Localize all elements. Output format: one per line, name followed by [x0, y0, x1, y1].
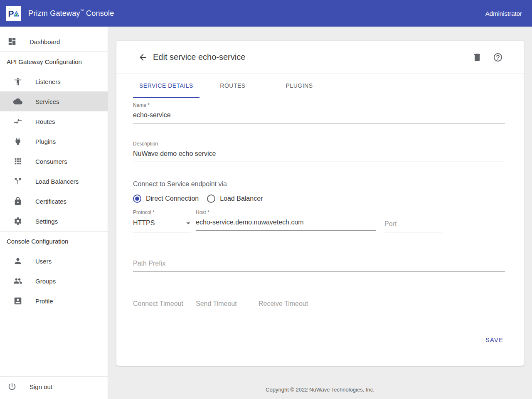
sidebar-item-label: Groups	[35, 278, 56, 285]
protocol-value: HTTPS	[133, 219, 155, 227]
app-root: P Prizm Gateway™ Console Administrator D…	[0, 0, 532, 399]
person-icon	[13, 256, 23, 266]
tab-plugins[interactable]: PLUGINS	[266, 74, 332, 98]
app-title: Prizm Gateway™ Console	[28, 9, 114, 18]
radio-load-balancer[interactable]: Load Balancer	[207, 195, 263, 203]
logo-triangle-icon	[14, 11, 19, 17]
plug-icon	[13, 136, 23, 146]
sidebar-item-label: Users	[35, 258, 52, 265]
host-input[interactable]	[196, 216, 376, 231]
endpoint-heading: Connect to Service endpoint via	[133, 180, 505, 188]
logo-letter: P	[8, 9, 14, 18]
protocol-select[interactable]: HTTPS	[133, 216, 191, 232]
badge-icon	[13, 296, 23, 306]
protocol-label: Protocol *	[133, 209, 191, 215]
user-menu[interactable]: Administrator	[485, 10, 522, 17]
port-input[interactable]	[384, 218, 442, 232]
help-button[interactable]	[493, 52, 503, 62]
sidebar-item-label: Plugins	[35, 138, 56, 145]
gear-icon	[13, 216, 23, 226]
sidebar-item-groups[interactable]: Groups	[0, 271, 108, 291]
section-console-configuration: Console Configuration	[0, 232, 108, 251]
footer-copyright: Copyright © 2022 NuWave Technologies, In…	[108, 387, 532, 399]
section-api-gateway-configuration: API Gateway Configuration	[0, 52, 108, 71]
sidebar-item-load-balancers[interactable]: Load Balancers	[0, 171, 108, 191]
name-field-group: Name *	[133, 102, 505, 123]
prizm-logo: P	[6, 6, 21, 21]
help-icon	[493, 52, 503, 62]
brand-name: Prizm Gateway	[28, 9, 80, 17]
page-body: Dashboard API Gateway Configuration List…	[0, 27, 532, 399]
port-field-group	[384, 218, 442, 232]
call-split-icon	[13, 176, 23, 186]
compare-arrows-icon	[13, 116, 23, 126]
host-field-group: Host *	[196, 209, 376, 232]
listener-person-icon	[13, 76, 23, 86]
path-prefix-field-group	[133, 257, 505, 272]
brand-suffix: Console	[86, 9, 114, 17]
sidebar-item-dashboard[interactable]: Dashboard	[0, 32, 108, 52]
tab-bar: SERVICE DETAILS ROUTES PLUGINS	[116, 74, 524, 98]
sidebar-item-users[interactable]: Users	[0, 251, 108, 271]
protocol-host-port-row: Protocol * HTTPS Host *	[133, 209, 505, 232]
sidebar-item-label: Sign out	[30, 383, 52, 390]
connect-timeout-input[interactable]	[133, 298, 190, 312]
sidebar-item-routes[interactable]: Routes	[0, 111, 108, 131]
description-input[interactable]	[133, 148, 505, 162]
sidebar-item-label: Certificates	[35, 198, 66, 205]
sidebar-bottom: Sign out	[0, 376, 108, 399]
trademark-symbol: ™	[80, 9, 84, 13]
cloud-icon	[13, 96, 23, 106]
sidebar-item-certificates[interactable]: Certificates	[0, 191, 108, 211]
description-field-group: Description	[133, 141, 505, 162]
dropdown-arrow-icon	[184, 219, 193, 228]
back-button[interactable]	[138, 52, 148, 62]
lock-icon	[13, 196, 23, 206]
sidebar-item-label: Services	[35, 98, 59, 105]
sign-out-button[interactable]: Sign out	[0, 377, 108, 397]
timeouts-row	[133, 298, 505, 312]
sidebar-item-label: Load Balancers	[35, 178, 79, 185]
topbar: P Prizm Gateway™ Console Administrator	[0, 0, 532, 27]
tab-routes[interactable]: ROUTES	[200, 74, 266, 98]
sidebar: Dashboard API Gateway Configuration List…	[0, 27, 108, 399]
save-button[interactable]: SAVE	[484, 334, 505, 346]
radio-label: Direct Connection	[146, 195, 199, 202]
service-details-form: Name * Description Connect to Service en…	[116, 98, 524, 366]
send-timeout-input[interactable]	[196, 298, 253, 312]
sidebar-item-plugins[interactable]: Plugins	[0, 131, 108, 151]
sidebar-item-listeners[interactable]: Listeners	[0, 71, 108, 91]
apps-grid-icon	[13, 156, 23, 166]
name-input[interactable]	[133, 109, 505, 123]
power-icon	[7, 382, 17, 392]
card-header: Edit service echo-service	[116, 41, 524, 74]
endpoint-radio-group: Direct Connection Load Balancer	[133, 195, 505, 203]
sidebar-item-label: Listeners	[35, 78, 61, 85]
radio-direct-connection[interactable]: Direct Connection	[133, 195, 199, 203]
sidebar-item-profile[interactable]: Profile	[0, 291, 108, 311]
sidebar-item-label: Routes	[35, 118, 55, 125]
receive-timeout-input[interactable]	[259, 298, 316, 312]
sidebar-item-label: Dashboard	[30, 38, 60, 45]
header-actions	[472, 52, 503, 62]
edit-service-card: Edit service echo-service SERVICE DETAIL…	[116, 41, 524, 366]
protocol-field-group: Protocol * HTTPS	[133, 209, 191, 232]
sidebar-item-consumers[interactable]: Consumers	[0, 151, 108, 171]
description-label: Description	[133, 141, 505, 147]
radio-label: Load Balancer	[220, 195, 263, 202]
host-label: Host *	[196, 209, 376, 215]
page-title: Edit service echo-service	[153, 52, 245, 62]
delete-button[interactable]	[472, 52, 482, 62]
sidebar-item-label: Consumers	[35, 158, 67, 165]
sidebar-item-label: Profile	[35, 298, 53, 305]
sidebar-item-settings[interactable]: Settings	[0, 211, 108, 231]
sidebar-item-label: Settings	[35, 218, 58, 225]
radio-unselected-icon	[207, 195, 215, 203]
name-label: Name *	[133, 102, 505, 108]
tab-service-details[interactable]: SERVICE DETAILS	[133, 74, 200, 98]
people-icon	[13, 276, 23, 286]
save-row: SAVE	[133, 334, 505, 346]
main-content: Edit service echo-service SERVICE DETAIL…	[108, 27, 532, 399]
sidebar-item-services[interactable]: Services	[0, 91, 108, 111]
path-prefix-input[interactable]	[133, 257, 505, 272]
